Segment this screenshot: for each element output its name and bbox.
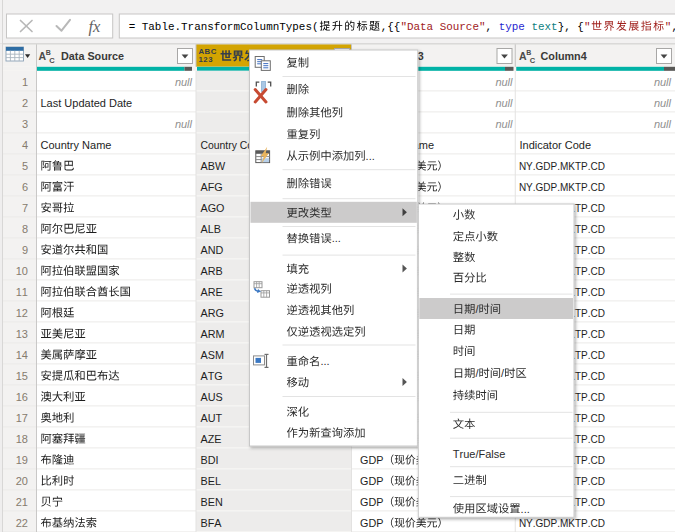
svg-text:null: null <box>654 118 672 130</box>
svg-text:22: 22 <box>16 517 28 529</box>
svg-text:null: null <box>495 97 513 109</box>
svg-text:...: ... <box>332 232 341 244</box>
svg-text:21: 21 <box>16 496 28 508</box>
svg-text:ARM: ARM <box>201 328 225 340</box>
svg-text:1: 1 <box>22 76 28 88</box>
svg-text:ALB: ALB <box>201 223 221 235</box>
svg-text:NY.GDP.MKTP.CD: NY.GDP.MKTP.CD <box>519 518 605 529</box>
svg-text:123: 123 <box>198 55 213 64</box>
svg-text:BEN: BEN <box>201 496 223 508</box>
svg-text:4: 4 <box>22 139 28 151</box>
svg-text:19: 19 <box>16 454 28 466</box>
svg-text:Indicator Code: Indicator Code <box>520 139 592 151</box>
svg-text:AGO: AGO <box>201 202 225 214</box>
svg-text:6: 6 <box>22 181 28 193</box>
svg-text:ARG: ARG <box>201 307 224 319</box>
svg-text:ARE: ARE <box>201 286 223 298</box>
svg-text:,: , <box>671 21 675 33</box>
svg-text:AUS: AUS <box>201 391 223 403</box>
svg-text:Last Updated Date: Last Updated Date <box>41 97 133 109</box>
svg-text:5: 5 <box>22 160 28 172</box>
svg-text:3: 3 <box>22 118 28 130</box>
svg-text:C: C <box>530 56 536 65</box>
svg-text:2: 2 <box>22 97 28 109</box>
svg-text:Data Source: Data Source <box>61 50 124 62</box>
svg-text:NY.GDP.MKTP.CD: NY.GDP.MKTP.CD <box>519 161 605 172</box>
svg-text:type: type <box>499 21 525 33</box>
svg-text:18: 18 <box>16 433 28 445</box>
svg-text:13: 13 <box>16 328 28 340</box>
svg-text:= Table.TransformColumnTypes(: = Table.TransformColumnTypes( <box>129 21 319 33</box>
svg-text:20: 20 <box>16 475 28 487</box>
svg-text:text: text <box>531 21 557 33</box>
svg-text:AZE: AZE <box>201 433 222 445</box>
svg-text:null: null <box>495 118 513 130</box>
svg-text:12: 12 <box>16 307 28 319</box>
svg-text:C: C <box>49 56 55 65</box>
svg-text:14: 14 <box>16 349 28 361</box>
svg-text:GDP: GDP <box>360 475 383 487</box>
svg-text:15: 15 <box>16 370 28 382</box>
svg-text:null: null <box>175 118 193 130</box>
svg-text:11: 11 <box>16 286 28 298</box>
svg-text:AFG: AFG <box>201 181 223 193</box>
svg-text:9: 9 <box>22 244 28 256</box>
svg-text:AUT: AUT <box>201 412 223 424</box>
svg-text:BEL: BEL <box>201 475 221 487</box>
svg-text:,: , <box>486 21 493 33</box>
svg-text:BDI: BDI <box>201 454 219 466</box>
svg-text:GDP: GDP <box>360 517 383 529</box>
svg-text:NY.GDP.MKTP.CD: NY.GDP.MKTP.CD <box>519 182 605 193</box>
svg-text:ASM: ASM <box>201 349 224 361</box>
svg-text:16: 16 <box>16 391 28 403</box>
svg-text:null: null <box>175 76 193 88</box>
svg-text:ARB: ARB <box>201 265 223 277</box>
svg-text:True/False: True/False <box>453 448 506 460</box>
svg-text:"Data Source": "Data Source" <box>400 21 485 33</box>
svg-text:Country Name: Country Name <box>41 139 112 151</box>
svg-text:null: null <box>654 97 672 109</box>
svg-text:": " <box>584 21 591 33</box>
svg-text:fx: fx <box>89 17 102 36</box>
svg-text:7: 7 <box>22 202 28 214</box>
svg-text:17: 17 <box>16 412 28 424</box>
svg-text:}, {: }, { <box>558 21 584 33</box>
svg-text:10: 10 <box>16 265 28 277</box>
svg-text:null: null <box>654 76 672 88</box>
svg-text:BFA: BFA <box>201 517 223 529</box>
svg-text:ABW: ABW <box>201 160 226 172</box>
svg-text:GDP: GDP <box>360 496 383 508</box>
svg-text:...: ... <box>320 355 329 367</box>
svg-text:AND: AND <box>201 244 224 256</box>
svg-text:...: ... <box>366 150 375 162</box>
svg-text:null: null <box>495 76 513 88</box>
svg-text:8: 8 <box>22 223 28 235</box>
svg-text:,{{: ,{{ <box>381 21 401 33</box>
svg-text:ATG: ATG <box>201 370 223 382</box>
svg-text:GDP: GDP <box>360 454 383 466</box>
svg-text:Column4: Column4 <box>541 50 587 62</box>
svg-text:...: ... <box>521 503 530 515</box>
